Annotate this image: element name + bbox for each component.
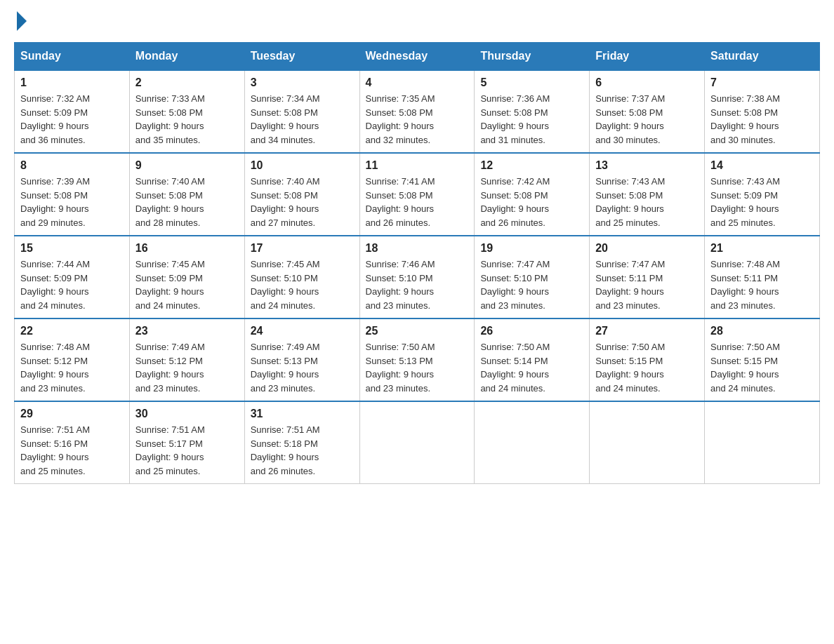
- calendar-day-cell: 28 Sunrise: 7:50 AM Sunset: 5:15 PM Dayl…: [705, 318, 820, 401]
- day-number: 17: [251, 242, 354, 255]
- day-info: Sunrise: 7:49 AM Sunset: 5:12 PM Dayligh…: [135, 340, 239, 395]
- calendar-week-row: 29 Sunrise: 7:51 AM Sunset: 5:16 PM Dayl…: [15, 401, 820, 484]
- calendar-header-cell: Monday: [129, 43, 244, 71]
- day-info: Sunrise: 7:43 AM Sunset: 5:08 PM Dayligh…: [595, 175, 699, 229]
- calendar-day-cell: 14 Sunrise: 7:43 AM Sunset: 5:09 PM Dayl…: [705, 153, 820, 236]
- day-info: Sunrise: 7:34 AM Sunset: 5:08 PM Dayligh…: [251, 92, 354, 147]
- calendar-day-cell: 2 Sunrise: 7:33 AM Sunset: 5:08 PM Dayli…: [129, 70, 244, 153]
- day-info: Sunrise: 7:41 AM Sunset: 5:08 PM Dayligh…: [366, 175, 469, 229]
- day-info: Sunrise: 7:40 AM Sunset: 5:08 PM Dayligh…: [251, 175, 354, 229]
- calendar-week-row: 22 Sunrise: 7:48 AM Sunset: 5:12 PM Dayl…: [15, 318, 820, 401]
- day-number: 8: [20, 159, 124, 172]
- day-info: Sunrise: 7:43 AM Sunset: 5:09 PM Dayligh…: [710, 175, 814, 229]
- calendar-day-cell: 10 Sunrise: 7:40 AM Sunset: 5:08 PM Dayl…: [244, 153, 359, 236]
- day-number: 7: [710, 76, 814, 89]
- calendar-day-cell: 29 Sunrise: 7:51 AM Sunset: 5:16 PM Dayl…: [15, 401, 130, 484]
- day-number: 19: [480, 242, 583, 255]
- day-info: Sunrise: 7:51 AM Sunset: 5:16 PM Dayligh…: [20, 423, 124, 478]
- day-info: Sunrise: 7:50 AM Sunset: 5:13 PM Dayligh…: [366, 340, 469, 395]
- day-number: 13: [595, 159, 699, 172]
- calendar-day-cell: 26 Sunrise: 7:50 AM Sunset: 5:14 PM Dayl…: [475, 318, 590, 401]
- calendar-header-row: SundayMondayTuesdayWednesdayThursdayFrid…: [15, 43, 820, 71]
- calendar-day-cell: 6 Sunrise: 7:37 AM Sunset: 5:08 PM Dayli…: [590, 70, 705, 153]
- day-number: 20: [595, 242, 699, 255]
- day-info: Sunrise: 7:45 AM Sunset: 5:10 PM Dayligh…: [251, 257, 354, 312]
- day-info: Sunrise: 7:38 AM Sunset: 5:08 PM Dayligh…: [710, 92, 814, 147]
- calendar-header-cell: Friday: [590, 43, 705, 71]
- day-info: Sunrise: 7:49 AM Sunset: 5:13 PM Dayligh…: [251, 340, 354, 395]
- day-number: 21: [710, 242, 814, 255]
- calendar-body: 1 Sunrise: 7:32 AM Sunset: 5:09 PM Dayli…: [15, 70, 820, 484]
- calendar-day-cell: 24 Sunrise: 7:49 AM Sunset: 5:13 PM Dayl…: [244, 318, 359, 401]
- day-number: 18: [366, 242, 469, 255]
- calendar-day-cell: 16 Sunrise: 7:45 AM Sunset: 5:09 PM Dayl…: [129, 236, 244, 318]
- calendar-day-cell: 11 Sunrise: 7:41 AM Sunset: 5:08 PM Dayl…: [359, 153, 475, 236]
- day-info: Sunrise: 7:39 AM Sunset: 5:08 PM Dayligh…: [20, 175, 124, 229]
- day-number: 3: [251, 76, 354, 89]
- logo: [14, 14, 27, 31]
- day-info: Sunrise: 7:48 AM Sunset: 5:12 PM Dayligh…: [20, 340, 124, 395]
- calendar-day-cell: 21 Sunrise: 7:48 AM Sunset: 5:11 PM Dayl…: [705, 236, 820, 318]
- logo-triangle-icon: [17, 11, 27, 31]
- day-info: Sunrise: 7:44 AM Sunset: 5:09 PM Dayligh…: [20, 257, 124, 312]
- day-number: 15: [20, 242, 124, 255]
- day-info: Sunrise: 7:46 AM Sunset: 5:10 PM Dayligh…: [366, 257, 469, 312]
- day-number: 27: [595, 325, 699, 337]
- calendar-day-cell: 8 Sunrise: 7:39 AM Sunset: 5:08 PM Dayli…: [15, 153, 130, 236]
- day-number: 26: [480, 325, 583, 337]
- day-number: 6: [595, 76, 699, 89]
- calendar-day-cell: [475, 401, 590, 484]
- calendar-day-cell: 17 Sunrise: 7:45 AM Sunset: 5:10 PM Dayl…: [244, 236, 359, 318]
- day-info: Sunrise: 7:48 AM Sunset: 5:11 PM Dayligh…: [710, 257, 814, 312]
- day-info: Sunrise: 7:47 AM Sunset: 5:10 PM Dayligh…: [480, 257, 583, 312]
- page-header: [14, 14, 820, 31]
- calendar-day-cell: 13 Sunrise: 7:43 AM Sunset: 5:08 PM Dayl…: [590, 153, 705, 236]
- day-info: Sunrise: 7:50 AM Sunset: 5:15 PM Dayligh…: [710, 340, 814, 395]
- calendar-day-cell: 3 Sunrise: 7:34 AM Sunset: 5:08 PM Dayli…: [244, 70, 359, 153]
- calendar-day-cell: 1 Sunrise: 7:32 AM Sunset: 5:09 PM Dayli…: [15, 70, 130, 153]
- calendar-header-cell: Tuesday: [244, 43, 359, 71]
- day-number: 4: [366, 76, 469, 89]
- calendar-header-cell: Saturday: [705, 43, 820, 71]
- calendar-day-cell: 23 Sunrise: 7:49 AM Sunset: 5:12 PM Dayl…: [129, 318, 244, 401]
- day-info: Sunrise: 7:37 AM Sunset: 5:08 PM Dayligh…: [595, 92, 699, 147]
- calendar-table: SundayMondayTuesdayWednesdayThursdayFrid…: [14, 42, 820, 484]
- calendar-week-row: 1 Sunrise: 7:32 AM Sunset: 5:09 PM Dayli…: [15, 70, 820, 153]
- calendar-day-cell: 15 Sunrise: 7:44 AM Sunset: 5:09 PM Dayl…: [15, 236, 130, 318]
- day-info: Sunrise: 7:47 AM Sunset: 5:11 PM Dayligh…: [595, 257, 699, 312]
- day-number: 25: [366, 325, 469, 337]
- calendar-day-cell: 9 Sunrise: 7:40 AM Sunset: 5:08 PM Dayli…: [129, 153, 244, 236]
- day-info: Sunrise: 7:45 AM Sunset: 5:09 PM Dayligh…: [135, 257, 239, 312]
- day-number: 16: [135, 242, 239, 255]
- day-number: 2: [135, 76, 239, 89]
- calendar-header-cell: Sunday: [15, 43, 130, 71]
- calendar-day-cell: [590, 401, 705, 484]
- day-number: 10: [251, 159, 354, 172]
- day-info: Sunrise: 7:32 AM Sunset: 5:09 PM Dayligh…: [20, 92, 124, 147]
- calendar-day-cell: 30 Sunrise: 7:51 AM Sunset: 5:17 PM Dayl…: [129, 401, 244, 484]
- calendar-header-cell: Wednesday: [359, 43, 475, 71]
- day-number: 9: [135, 159, 239, 172]
- calendar-day-cell: 31 Sunrise: 7:51 AM Sunset: 5:18 PM Dayl…: [244, 401, 359, 484]
- calendar-day-cell: 18 Sunrise: 7:46 AM Sunset: 5:10 PM Dayl…: [359, 236, 475, 318]
- day-info: Sunrise: 7:51 AM Sunset: 5:17 PM Dayligh…: [135, 423, 239, 478]
- day-number: 11: [366, 159, 469, 172]
- day-number: 30: [135, 408, 239, 420]
- calendar-day-cell: 12 Sunrise: 7:42 AM Sunset: 5:08 PM Dayl…: [475, 153, 590, 236]
- day-number: 31: [251, 408, 354, 420]
- day-info: Sunrise: 7:35 AM Sunset: 5:08 PM Dayligh…: [366, 92, 469, 147]
- calendar-day-cell: [705, 401, 820, 484]
- calendar-day-cell: 19 Sunrise: 7:47 AM Sunset: 5:10 PM Dayl…: [475, 236, 590, 318]
- day-info: Sunrise: 7:42 AM Sunset: 5:08 PM Dayligh…: [480, 175, 583, 229]
- calendar-week-row: 8 Sunrise: 7:39 AM Sunset: 5:08 PM Dayli…: [15, 153, 820, 236]
- day-number: 28: [710, 325, 814, 337]
- calendar-week-row: 15 Sunrise: 7:44 AM Sunset: 5:09 PM Dayl…: [15, 236, 820, 318]
- calendar-day-cell: 7 Sunrise: 7:38 AM Sunset: 5:08 PM Dayli…: [705, 70, 820, 153]
- day-number: 5: [480, 76, 583, 89]
- day-number: 29: [20, 408, 124, 420]
- day-number: 14: [710, 159, 814, 172]
- day-number: 12: [480, 159, 583, 172]
- day-info: Sunrise: 7:50 AM Sunset: 5:15 PM Dayligh…: [595, 340, 699, 395]
- day-number: 22: [20, 325, 124, 337]
- calendar-day-cell: 20 Sunrise: 7:47 AM Sunset: 5:11 PM Dayl…: [590, 236, 705, 318]
